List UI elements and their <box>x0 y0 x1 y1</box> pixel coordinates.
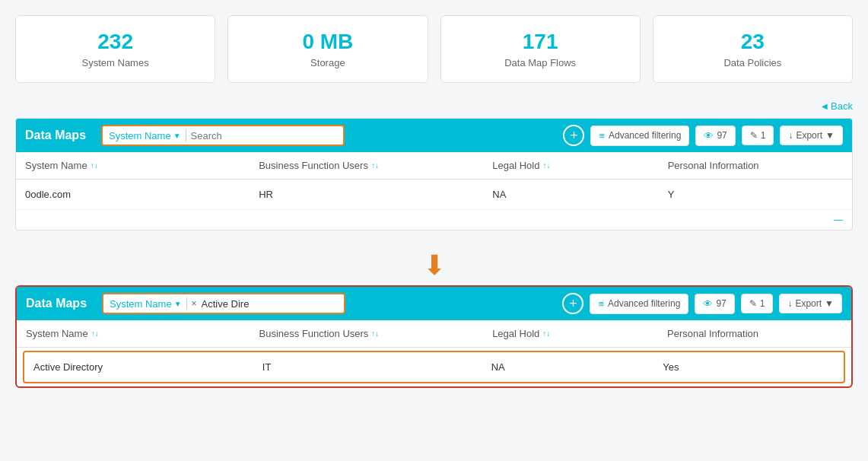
stat-card-data-map-flows: 171 Data Map Flows <box>440 15 641 83</box>
sort-icon-system-name-2: ↑↓ <box>91 329 99 338</box>
table-title-1: Data Maps <box>25 129 94 142</box>
table-row-1-0: 0odle.com HR NA Y <box>16 180 852 210</box>
col-label-system-name-2: System Name <box>26 328 88 339</box>
cell-system-name-1-0: 0odle.com <box>25 189 259 200</box>
table-header-1: Data Maps System Name ▼ + ≡ Advanced fil… <box>16 119 852 152</box>
export-label-1: Export <box>796 130 822 141</box>
header-buttons-2: + ≡ Advanced filtering 👁 97 ✎ 1 ↓ Export… <box>562 293 842 314</box>
table-cols-2: System Name ↑↓ Business Function Users ↑… <box>17 320 851 348</box>
cell-business-1-0: HR <box>259 189 492 200</box>
stat-label-system-names: System Names <box>31 57 199 68</box>
stat-value-data-policies: 23 <box>669 30 837 54</box>
sort-icon-legal-1: ↑↓ <box>542 161 550 170</box>
col-label-system-name-1: System Name <box>25 160 87 171</box>
stat-value-storage: 0 MB <box>243 30 412 54</box>
col-header-legal-1[interactable]: Legal Hold ↑↓ <box>492 160 667 171</box>
table-cols-1: System Name ↑↓ Business Function Users ↑… <box>16 152 852 180</box>
arrow-container: ⬇ <box>15 246 853 285</box>
stat-label-data-policies: Data Policies <box>669 57 837 68</box>
col-header-legal-2[interactable]: Legal Hold ↑↓ <box>492 328 667 339</box>
system-name-dropdown-2[interactable]: System Name ▼ <box>110 298 182 310</box>
stats-row: 232 System Names 0 MB Storage 171 Data M… <box>15 15 853 83</box>
col-header-personal-2[interactable]: Personal Information <box>667 328 842 339</box>
eye-icon-2: 👁 <box>703 298 713 310</box>
sort-icon-legal-2: ↑↓ <box>542 329 550 338</box>
stat-label-storage: Storage <box>243 57 412 68</box>
pin-value-1: 1 <box>761 130 766 141</box>
header-buttons-1: + ≡ Advanced filtering 👁 97 ✎ 1 ↓ Export… <box>563 125 843 146</box>
cell-legal-2-0: NA <box>491 361 663 373</box>
export-arrow-2: ▼ <box>825 298 834 309</box>
stat-card-data-policies: 23 Data Policies <box>653 15 853 83</box>
back-row: Back <box>15 98 853 112</box>
stat-card-storage: 0 MB Storage <box>227 15 428 83</box>
col-label-legal-1: Legal Hold <box>492 160 539 171</box>
col-label-legal-2: Legal Hold <box>492 328 539 339</box>
col-label-business-2: Business Function Users <box>259 328 369 339</box>
cell-system-name-2-0: Active Directory <box>33 361 262 373</box>
table-header-2: Data Maps System Name ▼ × + ≡ Advanced f… <box>17 287 851 320</box>
cell-legal-1-0: NA <box>492 189 667 200</box>
export-icon-1: ↓ <box>788 130 793 141</box>
col-label-personal-2: Personal Information <box>667 328 758 339</box>
count-value-2: 97 <box>716 298 726 309</box>
table-section-1: Data Maps System Name ▼ + ≡ Advanced fil… <box>15 118 853 230</box>
pin-value-2: 1 <box>760 298 765 309</box>
col-header-business-2[interactable]: Business Function Users ↑↓ <box>259 328 493 339</box>
search-divider-1 <box>186 129 186 141</box>
col-header-system-name-2[interactable]: System Name ↑↓ <box>26 328 259 339</box>
dropdown-arrow-1: ▼ <box>173 132 181 140</box>
filter-label-2: Advanced filtering <box>608 298 680 309</box>
table-title-2: Data Maps <box>26 297 94 310</box>
cell-personal-2-0: Yes <box>663 361 835 373</box>
eye-icon-1: 👁 <box>704 130 714 141</box>
add-button-2[interactable]: + <box>562 293 583 314</box>
search-input-1[interactable] <box>191 130 337 141</box>
col-label-personal-1: Personal Information <box>668 160 759 171</box>
stat-label-data-map-flows: Data Map Flows <box>456 57 625 68</box>
stat-value-system-names: 232 <box>31 30 199 54</box>
export-arrow-1: ▼ <box>825 130 835 141</box>
sort-icon-system-name-1: ↑↓ <box>91 161 98 170</box>
search-input-2[interactable] <box>202 298 338 310</box>
back-link[interactable]: Back <box>822 100 853 112</box>
export-icon-2: ↓ <box>787 298 792 309</box>
pin-icon-2: ✎ <box>749 298 757 309</box>
table-section-2: Data Maps System Name ▼ × + ≡ Advanced f… <box>15 285 853 388</box>
export-label-2: Export <box>795 298 822 309</box>
sort-icon-business-2: ↑↓ <box>371 329 379 338</box>
filter-button-1[interactable]: ≡ Advanced filtering <box>590 126 689 146</box>
search-box-1[interactable]: System Name ▼ <box>101 125 345 146</box>
dropdown-arrow-2: ▼ <box>174 300 182 308</box>
col-header-system-name-1[interactable]: System Name ↑↓ <box>25 160 259 171</box>
dropdown-label-2: System Name <box>110 298 172 310</box>
count-value-1: 97 <box>717 130 727 141</box>
down-arrow-icon: ⬇ <box>423 252 446 279</box>
sort-icon-business-1: ↑↓ <box>371 161 379 170</box>
filter-label-1: Advanced filtering <box>609 130 681 141</box>
table-row-2-0: Active Directory IT NA Yes <box>23 351 845 383</box>
filter-button-2[interactable]: ≡ Advanced filtering <box>590 294 688 314</box>
export-button-1[interactable]: ↓ Export ▼ <box>780 126 843 145</box>
pin-button-1[interactable]: ✎ 1 <box>742 126 774 145</box>
count-button-2[interactable]: 👁 97 <box>695 294 734 314</box>
add-button-1[interactable]: + <box>563 125 584 146</box>
stat-value-data-map-flows: 171 <box>456 30 625 54</box>
col-header-business-1[interactable]: Business Function Users ↑↓ <box>259 160 492 171</box>
filter-icon-2: ≡ <box>598 298 604 310</box>
system-name-dropdown-1[interactable]: System Name ▼ <box>109 130 181 141</box>
stat-card-system-names: 232 System Names <box>15 15 215 83</box>
count-button-1[interactable]: 👁 97 <box>695 126 735 146</box>
search-divider-2 <box>186 297 187 310</box>
filter-icon-1: ≡ <box>599 130 605 141</box>
col-label-business-1: Business Function Users <box>259 160 368 171</box>
pin-icon-1: ✎ <box>750 130 758 141</box>
dropdown-label-1: System Name <box>109 130 171 141</box>
col-header-personal-1[interactable]: Personal Information <box>668 160 843 171</box>
clear-icon-2[interactable]: × <box>192 298 197 309</box>
search-box-2[interactable]: System Name ▼ × <box>102 293 345 314</box>
pin-button-2[interactable]: ✎ 1 <box>741 294 774 313</box>
export-button-2[interactable]: ↓ Export ▼ <box>779 294 842 313</box>
table-footer-1: — <box>16 210 852 230</box>
cell-business-2-0: IT <box>262 361 491 373</box>
